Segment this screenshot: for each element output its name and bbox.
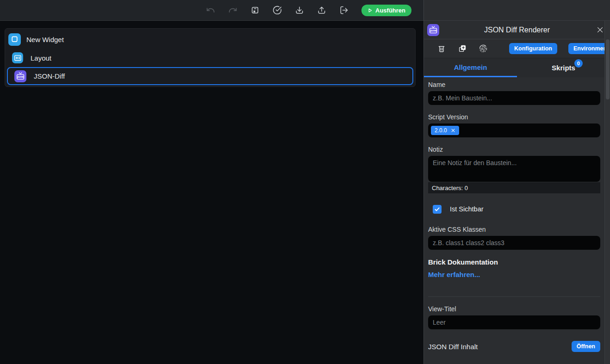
json-diff-inhalt-label: JSON Diff Inhalt xyxy=(428,343,478,351)
upload-icon[interactable] xyxy=(317,6,326,15)
tree-item-new-widget[interactable]: New Widget xyxy=(6,30,414,49)
mehr-erfahren-link[interactable]: Mehr erfahren... xyxy=(428,271,600,278)
layout-icon xyxy=(12,52,23,63)
run-button-label: Ausführen xyxy=(375,7,405,14)
brick-dokumentation-title: Brick Dokumentation xyxy=(428,258,600,266)
section-divider xyxy=(428,296,600,297)
delete-trash-icon[interactable] xyxy=(437,44,446,53)
tab-skripts[interactable]: Skripts 0 xyxy=(517,58,610,77)
tab-allgemein-label: Allgemein xyxy=(454,63,487,71)
notiz-label: Notiz xyxy=(428,146,600,153)
run-button[interactable]: Ausführen xyxy=(361,5,411,16)
fingerprint-icon[interactable] xyxy=(479,44,487,53)
app-window: Ausführen New Widget Layout xyxy=(0,0,610,364)
name-label: Name xyxy=(428,81,600,88)
ist-sichtbar-row[interactable]: Ist Sichtbar xyxy=(428,204,600,214)
scrollbar-thumb[interactable] xyxy=(606,39,610,99)
save-icon[interactable] xyxy=(250,6,260,15)
svg-text:JSON: JSON xyxy=(17,76,23,79)
script-version-input[interactable]: 2.0.0 xyxy=(428,123,600,137)
redo-icon[interactable] xyxy=(228,6,237,15)
environment-button[interactable]: Environment xyxy=(568,43,610,54)
tree-item-json-diff[interactable]: JSON JSON-Diff xyxy=(7,67,413,85)
editor-toolbar: Ausführen xyxy=(0,0,423,21)
script-version-label: Script Version xyxy=(428,113,600,121)
version-chip-label: 2.0.0 xyxy=(435,127,447,134)
panel-tabs: Allgemein Skripts 0 xyxy=(424,58,610,77)
notiz-textarea[interactable] xyxy=(428,156,600,182)
panel-top-strip xyxy=(424,0,610,21)
panel-scrollbar[interactable] xyxy=(604,21,610,364)
version-chip: 2.0.0 xyxy=(431,126,459,135)
play-icon xyxy=(367,8,373,13)
panel-content: Name Script Version 2.0.0 Notiz Characte… xyxy=(424,77,610,364)
undo-icon[interactable] xyxy=(206,6,215,15)
ist-sichtbar-label: Ist Sichtbar xyxy=(450,205,484,213)
validate-check-icon[interactable] xyxy=(273,6,282,15)
name-input[interactable] xyxy=(428,91,600,105)
properties-panel: JSON JSON Diff Renderer Konfiguration En… xyxy=(423,0,610,364)
chip-remove-icon[interactable] xyxy=(451,128,455,133)
panel-title: JSON Diff Renderer xyxy=(424,26,610,34)
download-icon[interactable] xyxy=(295,6,304,15)
css-klassen-input[interactable] xyxy=(428,236,600,250)
tree-item-label: Layout xyxy=(31,54,51,62)
panel-header: JSON JSON Diff Renderer xyxy=(424,21,610,39)
tab-skripts-label: Skripts xyxy=(552,64,575,72)
checkbox-checked-icon[interactable] xyxy=(433,205,442,214)
view-titel-input[interactable] xyxy=(428,315,600,329)
konfiguration-button[interactable]: Konfiguration xyxy=(509,43,557,54)
view-titel-label: View-Titel xyxy=(428,305,600,313)
close-icon[interactable] xyxy=(596,26,604,34)
json-diff-brick-icon: JSON xyxy=(14,70,26,82)
oeffnen-button[interactable]: Öffnen xyxy=(572,341,600,352)
panel-action-row: Konfiguration Environment xyxy=(424,39,610,58)
json-diff-inhalt-row: JSON Diff Inhalt Öffnen xyxy=(428,341,600,352)
tree-item-layout[interactable]: Layout xyxy=(6,49,414,67)
css-klassen-label: Aktive CSS Klassen xyxy=(428,226,600,233)
widget-canvas: New Widget Layout JSON JSON-Diff xyxy=(0,21,423,364)
export-signout-icon[interactable] xyxy=(339,6,349,15)
skripts-count-badge: 0 xyxy=(574,59,583,68)
tree-item-label: JSON-Diff xyxy=(34,72,65,80)
tab-allgemein[interactable]: Allgemein xyxy=(424,58,517,77)
widget-tree: New Widget Layout JSON JSON-Diff xyxy=(5,28,416,87)
editor-pane: Ausführen New Widget Layout xyxy=(0,0,423,364)
char-count: Characters: 0 xyxy=(428,182,600,193)
tree-item-label: New Widget xyxy=(26,36,64,43)
widget-icon xyxy=(8,33,21,46)
duplicate-copy-plus-icon[interactable] xyxy=(458,44,467,53)
